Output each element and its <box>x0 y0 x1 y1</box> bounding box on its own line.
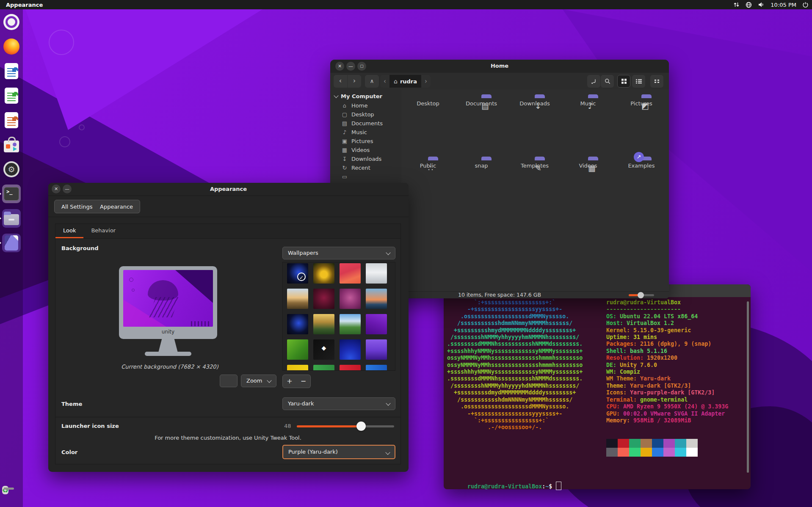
downloads-icon: ↧ <box>341 156 348 162</box>
dock[interactable]: ⚙>_ <box>0 9 23 507</box>
power-icon[interactable] <box>802 2 809 8</box>
wallpaper-thumbnail-18[interactable] <box>313 365 334 371</box>
folder-item-videos[interactable]: ▦Videos <box>565 160 611 169</box>
launcher-icon-size-slider[interactable] <box>297 425 394 427</box>
folder-item-examples[interactable]: ↗Examples <box>618 160 665 169</box>
back-button[interactable]: ‹ <box>334 75 347 88</box>
search-button[interactable] <box>601 75 614 88</box>
wallpaper-thumbnail-3[interactable] <box>340 263 361 284</box>
terminal-scrollbar[interactable] <box>747 301 749 473</box>
launcher-slider-handle[interactable] <box>356 422 366 431</box>
wallpaper-thumbnail-4[interactable] <box>366 263 387 284</box>
files-titlebar[interactable]: ✕ — ▢ Home <box>330 60 669 73</box>
sidebar-item-home[interactable]: ⌂Home <box>330 101 401 110</box>
dock-item-terminal[interactable]: >_ <box>2 185 21 203</box>
shell-prompt[interactable]: rudra@rudra-VirtualBox:~$ <box>447 475 561 497</box>
dock-item-calc[interactable] <box>2 86 21 105</box>
wallpaper-thumbnail-list[interactable]: ✓◆ <box>282 262 395 371</box>
zoom-slider-handle[interactable] <box>638 292 644 298</box>
wallpaper-thumbnail-12[interactable] <box>366 314 387 334</box>
wallpaper-thumbnail-5[interactable] <box>287 289 308 309</box>
path-bar[interactable]: ‹ ⌂rudra › <box>380 75 431 88</box>
network-updown-icon[interactable] <box>733 2 740 8</box>
tab-look[interactable]: Look <box>55 224 83 238</box>
files-sidebar-list: ⌂Home▢Desktop▤Documents♪Music▣Pictures▦V… <box>330 101 401 181</box>
path-current-folder[interactable]: ⌂rudra <box>389 75 421 88</box>
wallpaper-thumbnail-6[interactable] <box>313 289 334 309</box>
list-view-button[interactable] <box>632 75 645 88</box>
folder-item-desktop[interactable]: Desktop <box>405 97 451 107</box>
monitor-bezel: unity <box>119 266 217 339</box>
wallpaper-thumbnail-2[interactable] <box>313 263 334 284</box>
zoom-mode-dropdown[interactable]: Zoom <box>241 375 276 387</box>
sidebar-item-label: Videos <box>351 147 370 153</box>
appearance-titlebar[interactable]: ✕ — Appearance <box>48 183 409 196</box>
wallpaper-thumbnail-20[interactable] <box>366 365 387 371</box>
dock-item-impress[interactable] <box>2 111 21 130</box>
wallpaper-thumbnail-14[interactable]: ◆ <box>313 339 334 360</box>
remove-wallpaper-button[interactable]: − <box>296 375 311 388</box>
folder-item-documents[interactable]: ▤Documents <box>458 97 505 107</box>
folder-item-templates[interactable]: ✎Templates <box>511 160 558 169</box>
sidebar-item-downloads[interactable]: ↧Downloads <box>330 154 401 163</box>
background-section-label: Background <box>61 245 99 251</box>
wallpaper-thumbnail-13[interactable] <box>287 339 308 360</box>
wallpaper-thumbnail-16[interactable] <box>366 339 387 360</box>
folder-item-pictures[interactable]: ◩Pictures <box>618 97 665 107</box>
sidebar-item-recent[interactable]: ↻Recent <box>330 163 401 172</box>
sidebar-header[interactable]: My Computer <box>330 90 401 101</box>
dock-item-trash[interactable]: ♻ <box>2 481 8 499</box>
grid-view-button[interactable] <box>617 75 630 88</box>
wallpaper-thumbnail-17[interactable] <box>287 365 308 371</box>
wallpaper-thumbnail-8[interactable] <box>366 289 387 309</box>
compact-view-button[interactable] <box>650 75 663 88</box>
path-back-chevron[interactable]: ‹ <box>380 75 389 88</box>
dock-item-firefox[interactable] <box>2 37 21 56</box>
wallpaper-thumbnail-10[interactable] <box>313 314 334 334</box>
files-grid[interactable]: Desktop▤Documents↓Downloads♪Music◩Pictur… <box>401 90 669 292</box>
terminal-window[interactable]: `:+ssssssssssssssssss+:` -+sssssssssssss… <box>444 284 751 489</box>
system-tray[interactable]: 10:05 PM <box>733 0 809 9</box>
forward-button[interactable]: › <box>348 75 361 88</box>
appearance-window[interactable]: ✕ — Appearance All Settings Appearance L… <box>48 183 409 472</box>
wallpaper-thumbnail-7[interactable] <box>340 289 361 309</box>
sidebar-item-desktop[interactable]: ▢Desktop <box>330 110 401 119</box>
sidebar-item-partial[interactable]: ▭ <box>330 172 401 181</box>
up-button[interactable]: ∧ <box>365 75 379 88</box>
add-wallpaper-button[interactable]: + <box>282 375 297 388</box>
libreoffice-writer-icon <box>5 63 18 79</box>
path-forward-chevron[interactable]: › <box>421 75 431 88</box>
folder-item-music[interactable]: ♪Music <box>565 97 611 107</box>
theme-dropdown[interactable]: Yaru-dark <box>282 397 395 410</box>
accent-color-dropdown[interactable]: Purple (Yaru-dark) <box>282 445 395 459</box>
files-toolbar: ‹ › ∧ ‹ ⌂rudra › <box>330 73 669 90</box>
clock[interactable]: 10:05 PM <box>771 2 796 8</box>
wallpaper-thumbnail-15[interactable] <box>340 339 361 360</box>
sidebar-item-videos[interactable]: ▦Videos <box>330 146 401 154</box>
sidebar-item-music[interactable]: ♪Music <box>330 128 401 137</box>
dock-item-ubuntu[interactable] <box>2 13 21 31</box>
wallpaper-thumbnail-1[interactable]: ✓ <box>287 263 308 284</box>
appearance-nav-button[interactable]: Appearance <box>93 200 140 213</box>
globe-icon[interactable] <box>746 2 752 8</box>
folder-item-snap[interactable]: snap <box>458 160 505 169</box>
sidebar-item-documents[interactable]: ▤Documents <box>330 119 401 128</box>
background-color-swatch-button[interactable] <box>220 375 238 387</box>
wallpapers-dropdown[interactable]: Wallpapers <box>282 247 395 259</box>
wallpaper-thumbnail-9[interactable] <box>287 314 308 334</box>
folder-item-downloads[interactable]: ↓Downloads <box>511 97 558 107</box>
dock-item-appearance[interactable] <box>2 234 21 252</box>
tab-behavior[interactable]: Behavior <box>83 224 123 238</box>
wallpaper-thumbnail-11[interactable] <box>340 314 361 334</box>
volume-icon[interactable] <box>758 2 765 8</box>
enter-location-button[interactable] <box>587 75 600 88</box>
folder-item-public[interactable]: ∴Public <box>405 160 451 169</box>
background-preview-monitor: unity <box>119 266 217 358</box>
dock-item-files[interactable] <box>2 209 21 228</box>
wallpaper-thumbnail-19[interactable] <box>340 365 361 371</box>
icon-zoom-slider[interactable] <box>629 294 654 296</box>
dock-item-software[interactable] <box>2 135 21 154</box>
sidebar-item-pictures[interactable]: ▣Pictures <box>330 137 401 146</box>
dock-item-settings[interactable]: ⚙ <box>2 160 21 179</box>
dock-item-writer[interactable] <box>2 62 21 80</box>
